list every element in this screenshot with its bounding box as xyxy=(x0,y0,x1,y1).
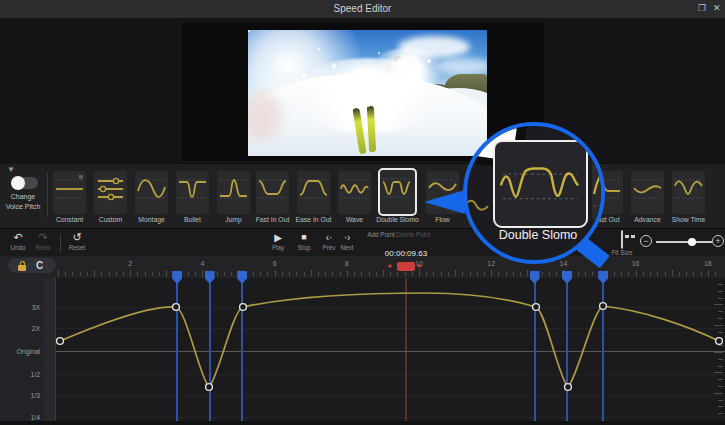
preset-label: Advance xyxy=(625,216,670,223)
next-label: Next xyxy=(330,244,364,251)
ruler-tick xyxy=(419,270,420,277)
ruler-tick xyxy=(72,272,73,276)
curve-tools-pill: C xyxy=(8,258,56,273)
close-icon[interactable]: ✕ xyxy=(713,3,721,14)
curve-control-point[interactable] xyxy=(57,338,64,345)
preset-tile-constant[interactable] xyxy=(53,171,86,214)
preset-tile-custom[interactable] xyxy=(94,171,127,214)
curve-control-point[interactable] xyxy=(716,338,723,345)
ruler-tick xyxy=(267,272,268,276)
playhead-handle[interactable] xyxy=(397,262,415,271)
ruler-tick xyxy=(520,272,521,276)
curve-control-point[interactable] xyxy=(240,304,247,311)
curve-control-point[interactable] xyxy=(173,304,180,311)
voice-pitch-label-1: Change xyxy=(0,193,46,200)
window-title: Speed Editor xyxy=(0,3,725,14)
add-point-label: Add Point xyxy=(364,231,398,238)
preset-tile-wave[interactable] xyxy=(338,171,371,214)
preset-label: Flow xyxy=(420,216,465,223)
ruler-tick xyxy=(159,272,160,276)
divider xyxy=(47,173,48,217)
ruler-tick xyxy=(470,272,471,276)
timeline-ruler[interactable]: C 24681012141618 00:00:09.63 ◂ ▸ xyxy=(0,256,725,278)
preset-tile-double-slomo[interactable] xyxy=(378,168,417,216)
ruler-tick xyxy=(643,272,644,276)
ruler-tick xyxy=(498,272,499,276)
preset-tile-show-time[interactable] xyxy=(672,171,705,214)
curve-tool-icon[interactable]: C xyxy=(36,260,43,271)
ruler-tick xyxy=(332,272,333,276)
zoom-in-icon[interactable]: + xyxy=(712,235,724,247)
next-button[interactable]: ·› Next xyxy=(330,231,364,256)
preset-tile-fast-in-out[interactable] xyxy=(256,171,289,214)
delete-point-label: Delete Point xyxy=(396,231,430,238)
ruler-number: 4 xyxy=(200,260,204,267)
preset-label: Double Slomo xyxy=(375,216,420,223)
preview-snow-spray xyxy=(368,48,448,93)
ruler-tick xyxy=(650,272,651,276)
bullet-icon xyxy=(176,173,209,203)
curve-control-point[interactable] xyxy=(206,384,213,391)
preset-label: Montage xyxy=(129,216,174,223)
ruler-tick xyxy=(188,272,189,276)
ruler-tick xyxy=(137,272,138,276)
ruler-tick xyxy=(340,272,341,276)
preset-label: Constant xyxy=(47,216,92,223)
voice-pitch-label-2: Voice Pitch xyxy=(0,203,46,210)
ruler-tick xyxy=(462,272,463,276)
preset-label: Ease In Out xyxy=(291,216,336,223)
reset-button[interactable]: ↺ Reset xyxy=(60,231,94,256)
ruler-tick xyxy=(491,270,492,277)
redo-button[interactable]: ↷ Redo xyxy=(26,231,60,256)
magnified-wave-fragment xyxy=(463,194,489,222)
ruler-tick xyxy=(145,272,146,276)
ruler-tick xyxy=(693,272,694,276)
ruler-tick xyxy=(325,272,326,276)
ease-in-out-icon xyxy=(297,173,330,203)
speed-editor-window: Speed Editor ❐ ✕ ▼ Change Voice Pitch Co… xyxy=(0,0,725,425)
preset-tile-montage[interactable] xyxy=(135,171,168,214)
magnified-double-slomo-tile xyxy=(493,140,588,228)
ruler-tick xyxy=(628,272,629,276)
preset-tile-jump[interactable] xyxy=(217,171,250,214)
collapse-arrow-icon[interactable]: ▼ xyxy=(7,165,15,174)
ruler-tick xyxy=(282,272,283,276)
playhead-right-arrow-icon[interactable]: ▸ xyxy=(418,261,422,270)
curve-control-point[interactable] xyxy=(600,303,607,310)
preset-tile-ease-in-out[interactable] xyxy=(297,171,330,214)
ruler-tick xyxy=(426,272,427,276)
playhead-left-arrow-icon[interactable]: ◂ xyxy=(387,261,391,270)
preset-label: Bullet xyxy=(170,216,215,223)
ruler-tick xyxy=(231,272,232,276)
maximize-icon[interactable]: ❐ xyxy=(698,3,706,14)
ruler-tick xyxy=(217,272,218,276)
ruler-tick xyxy=(58,270,59,277)
custom-icon xyxy=(94,173,127,203)
zoom-slider-track[interactable] xyxy=(656,241,712,243)
preset-tile-bullet[interactable] xyxy=(176,171,209,214)
ruler-tick xyxy=(513,272,514,276)
ruler-tick xyxy=(657,272,658,276)
ruler-tick xyxy=(304,272,305,276)
voice-pitch-toggle[interactable] xyxy=(12,177,38,189)
zoom-slider-handle[interactable] xyxy=(688,238,696,246)
preset-tile-advance[interactable] xyxy=(631,171,664,214)
ruler-tick xyxy=(390,272,391,276)
ruler-tick xyxy=(275,270,276,277)
curve-control-point[interactable] xyxy=(565,384,572,391)
preview-snow-particles xyxy=(248,30,250,32)
ruler-number: 2 xyxy=(128,260,132,267)
zoom-out-icon[interactable]: − xyxy=(640,235,652,247)
ruler-tick xyxy=(455,270,456,277)
ruler-tick xyxy=(383,270,384,277)
reset-icon: ↺ xyxy=(60,231,94,244)
ruler-tick xyxy=(94,270,95,277)
ruler-number: 12 xyxy=(487,260,495,267)
curve-control-point[interactable] xyxy=(533,304,540,311)
ruler-tick xyxy=(195,272,196,276)
fast-in-out-icon xyxy=(256,173,289,203)
fit-size-button[interactable]: Fit Size xyxy=(605,231,639,256)
ruler-tick xyxy=(354,272,355,276)
speed-curve-graph[interactable]: 3X2XOriginal1/21/31/4 xyxy=(0,278,725,421)
bottom-scrollbar[interactable] xyxy=(0,421,725,425)
